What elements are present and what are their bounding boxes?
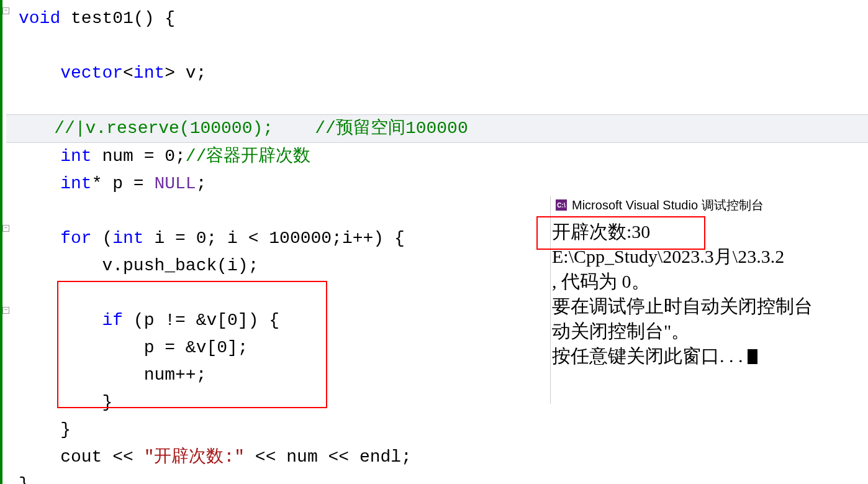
console-titlebar[interactable]: C:\ Microsoft Visual Studio 调试控制台: [551, 196, 868, 214]
code-line[interactable]: vector<int> v;: [12, 60, 868, 87]
console-output[interactable]: 开辟次数:30 E:\Cpp_Study\2023.3月\23.3.2 , 代码…: [551, 214, 868, 373]
code-line[interactable]: [12, 32, 868, 60]
fold-marker-icon[interactable]: −: [2, 225, 9, 232]
console-line: 按任意键关闭此窗口. . .: [552, 344, 867, 368]
code-line[interactable]: void test01() {: [12, 5, 868, 32]
console-line: 开辟次数:30: [552, 219, 867, 244]
console-line: , 代码为 0。: [552, 269, 867, 294]
fold-marker-icon[interactable]: −: [2, 7, 9, 14]
console-line: E:\Cpp_Study\2023.3月\23.3.2: [552, 244, 867, 269]
code-line[interactable]: int* p = NULL;: [12, 170, 868, 198]
cursor-icon: [748, 349, 757, 364]
console-line: 要在调试停止时自动关闭控制台: [552, 294, 867, 319]
code-line[interactable]: [12, 87, 868, 114]
keyword-void: void: [19, 9, 60, 28]
code-line[interactable]: int num = 0;//容器开辟次数: [12, 143, 868, 170]
code-line[interactable]: cout << "开辟次数:" << num << endl;: [12, 444, 868, 471]
vs-console-icon: C:\: [556, 199, 567, 211]
code-line[interactable]: }: [12, 416, 868, 444]
code-line[interactable]: }: [12, 471, 868, 484]
fold-marker-icon[interactable]: −: [2, 307, 9, 314]
debug-console-window[interactable]: C:\ Microsoft Visual Studio 调试控制台 开辟次数:3…: [550, 196, 868, 404]
code-line-current[interactable]: //|v.reserve(100000); //预留空间100000: [6, 114, 868, 143]
console-line: 动关闭控制台"。: [552, 319, 867, 344]
console-title: Microsoft Visual Studio 调试控制台: [572, 197, 764, 214]
